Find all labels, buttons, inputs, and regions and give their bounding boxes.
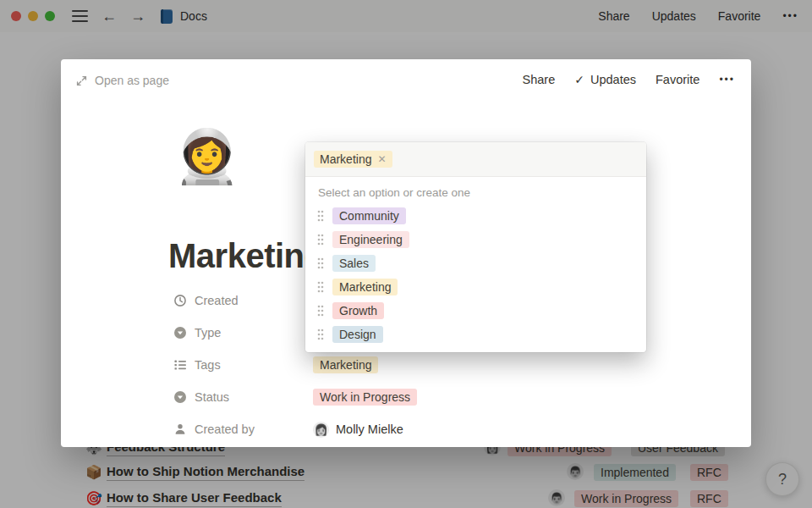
property-value-created-by[interactable]: 👩 Molly Mielke <box>313 422 403 438</box>
modal-updates-button[interactable]: ✓ Updates <box>574 73 636 86</box>
dropdown-hint-text: Select an option or create one <box>305 177 646 201</box>
dropdown-option-community[interactable]: Community <box>305 204 646 228</box>
selected-tag-label: Marketing <box>320 152 371 166</box>
property-value-status[interactable]: Work in Progress <box>313 389 417 406</box>
property-label: Status <box>195 390 229 404</box>
select-dropdown-icon <box>173 326 187 340</box>
page-title[interactable]: Marketing <box>168 237 324 275</box>
select-dropdown-icon <box>173 390 187 404</box>
person-icon <box>173 422 187 436</box>
avatar: 👩 <box>313 422 329 438</box>
open-as-page-button[interactable]: Open as page <box>76 74 169 87</box>
expand-diagonal-icon <box>76 75 87 86</box>
person-name: Molly Mielke <box>336 422 403 436</box>
drag-handle-icon[interactable] <box>317 305 324 317</box>
property-row-status[interactable]: Status Work in Progress <box>173 381 417 413</box>
open-as-page-label: Open as page <box>95 74 169 87</box>
status-badge[interactable]: Work in Progress <box>313 389 417 406</box>
drag-handle-icon[interactable] <box>317 257 324 269</box>
drag-handle-icon[interactable] <box>317 234 324 246</box>
selected-tag-chip[interactable]: Marketing ✕ <box>314 151 392 168</box>
modal-more-button[interactable]: ••• <box>719 74 735 86</box>
clock-icon <box>173 294 187 307</box>
tag-badge: Growth <box>332 302 384 319</box>
dropdown-option-sales[interactable]: Sales <box>305 251 646 275</box>
drag-handle-icon[interactable] <box>317 281 324 293</box>
tag-input-area[interactable]: Marketing ✕ <box>305 142 646 177</box>
dropdown-option-marketing[interactable]: Marketing <box>305 275 646 299</box>
tag-badge: Design <box>332 326 383 343</box>
tag-badge: Marketing <box>332 279 398 295</box>
property-row-tags[interactable]: Tags Marketing <box>173 349 417 381</box>
property-label: Created <box>195 294 239 307</box>
property-label: Created by <box>195 422 255 436</box>
remove-tag-icon[interactable]: ✕ <box>377 154 386 164</box>
dropdown-option-engineering[interactable]: Engineering <box>305 228 646 251</box>
modal-favorite-button[interactable]: Favorite <box>656 73 700 86</box>
tag-badge[interactable]: Marketing <box>313 356 378 373</box>
drag-handle-icon[interactable] <box>317 210 324 222</box>
checkmark-icon: ✓ <box>574 73 584 86</box>
dropdown-option-growth[interactable]: Growth <box>305 299 646 323</box>
tag-badge: Engineering <box>332 231 409 248</box>
dropdown-option-design[interactable]: Design <box>305 323 646 346</box>
modal-updates-label: Updates <box>590 73 636 86</box>
dropdown-option-list: Community Engineering Sales Marketing Gr… <box>305 201 646 352</box>
modal-share-button[interactable]: Share <box>523 73 556 86</box>
tag-badge: Community <box>332 207 406 224</box>
property-row-created-by[interactable]: Created by 👩 Molly Mielke <box>173 413 417 445</box>
tag-badge: Sales <box>332 255 376 272</box>
property-label: Tags <box>195 358 221 372</box>
drag-handle-icon[interactable] <box>317 329 324 340</box>
property-label: Type <box>195 326 221 340</box>
multi-select-list-icon <box>173 358 187 372</box>
property-value-tags[interactable]: Marketing <box>313 356 378 373</box>
page-icon-emoji[interactable]: 👩‍🚀 <box>174 130 239 183</box>
tag-select-dropdown: Marketing ✕ Select an option or create o… <box>305 142 646 352</box>
